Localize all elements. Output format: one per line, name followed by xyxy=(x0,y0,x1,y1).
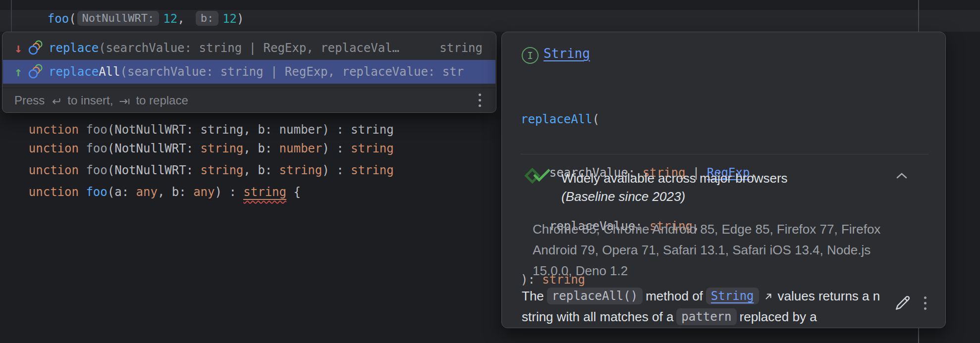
code-token: (a: xyxy=(108,185,136,199)
arrow-up-icon: ↑ xyxy=(11,64,26,79)
code-token: ) xyxy=(237,12,244,26)
description-text: The xyxy=(522,289,544,304)
arrow-down-icon: ↓ xyxy=(11,41,26,55)
return-type-token: string xyxy=(243,185,286,200)
chevron-up-icon xyxy=(894,172,909,180)
completion-footer: Press to insert, to replace xyxy=(2,88,496,112)
right-margin-guide-top xyxy=(918,0,919,32)
right-margin-guide-bottom xyxy=(918,328,919,343)
completion-item-replaceall-selected[interactable]: ↑ replaceAll(searchValue: string | RegEx… xyxy=(3,60,495,84)
code-token: , b: xyxy=(158,185,193,199)
pencil-icon xyxy=(893,294,912,312)
inlay-hint-param-b: b: xyxy=(196,11,219,26)
completion-popup: ↓ replace(searchValue: string | RegExp, … xyxy=(2,32,496,113)
code-line-call: foo(NotNullWRT:12,b:12) xyxy=(19,0,244,10)
method-icon xyxy=(28,40,45,56)
signature-token: ( xyxy=(593,112,599,126)
code-line-overload-1: unction foo(NotNullWRT: string, b: numbe… xyxy=(0,122,394,140)
code-pill: replaceAll() xyxy=(547,288,643,304)
type-token: any xyxy=(136,185,158,199)
completion-more-menu-icon[interactable] xyxy=(479,94,481,107)
documentation-popup: I String replaceAll( searchValue: string… xyxy=(501,32,946,328)
baseline-subtitle: (Baseline since 2023) xyxy=(561,188,685,205)
enter-key-icon xyxy=(50,95,62,108)
code-token: 12 xyxy=(222,12,237,26)
keyword-token: unction xyxy=(29,185,79,199)
signature-line: replaceAll( xyxy=(521,110,757,128)
description-text: replaced by a xyxy=(740,309,817,325)
editor-viewport[interactable]: foo(NotNullWRT:12,b:12) ····"".replace()… xyxy=(0,0,980,343)
code-line-active: ····"".replace() xyxy=(1,13,140,31)
browser-support-line: Android 79, Opera 71, Safari 13.1, Safar… xyxy=(533,240,919,260)
browser-support-list: Chrome 85, Chrome Android 85, Edge 85, F… xyxy=(533,219,919,281)
completion-return-type: string xyxy=(439,41,483,55)
browser-support-line: 15.0.0, Deno 1.2 xyxy=(533,260,919,281)
type-token: any xyxy=(193,185,215,199)
browser-support-line: Chrome 85, Chrome Android 85, Edge 85, F… xyxy=(533,219,919,240)
baseline-widely-available-icon xyxy=(524,167,551,185)
completion-item-replace[interactable]: ↓ replace(searchValue: string | RegExp, … xyxy=(3,36,495,60)
baseline-title: Widely available across major browsers xyxy=(561,170,788,187)
footer-text: to insert, xyxy=(67,94,113,107)
doc-description-line-1: The replaceAll() method of String values… xyxy=(522,285,898,307)
edit-documentation-button[interactable] xyxy=(893,294,912,314)
code-token: ) : xyxy=(322,163,351,177)
description-text: values returns a n xyxy=(778,289,880,304)
doc-divider xyxy=(521,154,928,154)
completion-name-suffix: All xyxy=(99,65,120,79)
type-token: string xyxy=(351,163,394,177)
code-line-implementation: unction foo(a: any, b: any) : string { xyxy=(0,165,301,183)
code-token: ) : xyxy=(215,185,244,199)
string-doc-link[interactable]: String xyxy=(711,289,754,303)
external-link-arrow-icon xyxy=(763,291,774,302)
description-text: string with all matches of a xyxy=(522,309,673,325)
doc-type-link[interactable]: String xyxy=(544,46,590,61)
tab-key-icon xyxy=(118,95,131,108)
completion-signature: (searchValue: string | RegExp, replaceVa… xyxy=(120,65,464,79)
code-token: 12 xyxy=(163,12,177,26)
function-name-token: foo xyxy=(79,185,108,199)
completion-name: replace xyxy=(49,65,99,79)
code-pill: pattern xyxy=(676,308,736,325)
description-text: method of xyxy=(646,289,703,304)
interface-badge-icon: I xyxy=(522,47,539,64)
code-token: { xyxy=(286,185,301,199)
footer-text: Press xyxy=(14,94,45,107)
code-line-overload-2: unction foo(NotNullWRT: string, b: strin… xyxy=(0,144,394,161)
doc-description-line-2: string with all matches of a pattern rep… xyxy=(522,305,898,328)
completion-name: replace xyxy=(49,41,99,55)
code-token: , xyxy=(177,12,184,26)
method-icon xyxy=(28,63,45,80)
collapse-section-button[interactable] xyxy=(892,170,911,184)
doc-more-menu-icon[interactable] xyxy=(924,296,926,310)
completion-signature: (searchValue: string | RegExp, replaceVa… xyxy=(99,41,399,55)
footer-text: to replace xyxy=(136,94,188,107)
signature-method-name: replaceAll xyxy=(521,112,593,126)
